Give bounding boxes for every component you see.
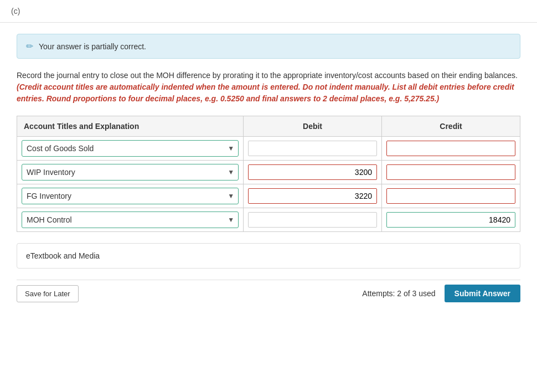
account-select-2[interactable]: Cost of Goods SoldWIP InventoryFG Invent… <box>22 188 239 204</box>
partial-correct-alert: ✏ Your answer is partially correct. <box>17 34 520 59</box>
etextbook-label: eTextbook and Media <box>26 251 100 260</box>
header-debit: Debit <box>244 116 382 137</box>
table-row: Cost of Goods SoldWIP InventoryFG Invent… <box>17 208 520 232</box>
credit-cell-2[interactable] <box>382 184 520 208</box>
account-cell-0[interactable]: Cost of Goods SoldWIP InventoryFG Invent… <box>17 137 244 161</box>
save-for-later-button[interactable]: Save for Later <box>17 285 79 302</box>
debit-input-3[interactable] <box>248 212 377 228</box>
account-select-0[interactable]: Cost of Goods SoldWIP InventoryFG Invent… <box>22 140 239 157</box>
etextbook-section: eTextbook and Media <box>17 243 520 269</box>
pencil-icon: ✏ <box>26 41 33 51</box>
debit-cell-1[interactable] <box>244 161 382 184</box>
credit-input-3[interactable] <box>386 212 515 228</box>
table-row: Cost of Goods SoldWIP InventoryFG Invent… <box>17 184 520 208</box>
account-cell-2[interactable]: Cost of Goods SoldWIP InventoryFG Invent… <box>17 184 244 208</box>
credit-input-0[interactable] <box>386 141 515 156</box>
submit-answer-button[interactable]: Submit Answer <box>445 285 520 302</box>
debit-input-2[interactable] <box>248 188 377 204</box>
debit-input-1[interactable] <box>248 164 377 180</box>
instructions-text: Record the journal entry to close out th… <box>17 70 520 105</box>
account-cell-3[interactable]: Cost of Goods SoldWIP InventoryFG Invent… <box>17 208 244 232</box>
credit-cell-1[interactable] <box>382 161 520 184</box>
journal-table: Account Titles and Explanation Debit Cre… <box>17 116 520 232</box>
attempts-text: Attempts: 2 of 3 used <box>362 289 435 298</box>
credit-input-1[interactable] <box>386 164 515 180</box>
header-credit: Credit <box>382 116 520 137</box>
account-select-1[interactable]: Cost of Goods SoldWIP InventoryFG Invent… <box>22 164 239 180</box>
table-row: Cost of Goods SoldWIP InventoryFG Invent… <box>17 161 520 184</box>
alert-message: Your answer is partially correct. <box>39 42 146 51</box>
debit-cell-3[interactable] <box>244 208 382 232</box>
debit-cell-2[interactable] <box>244 184 382 208</box>
section-label: (c) <box>0 0 537 23</box>
account-select-3[interactable]: Cost of Goods SoldWIP InventoryFG Invent… <box>22 212 239 228</box>
credit-cell-0[interactable] <box>382 137 520 161</box>
debit-input-0[interactable] <box>248 141 377 156</box>
footer-bar: Save for Later Attempts: 2 of 3 used Sub… <box>17 280 520 307</box>
table-row: Cost of Goods SoldWIP InventoryFG Invent… <box>17 137 520 161</box>
debit-cell-0[interactable] <box>244 137 382 161</box>
account-cell-1[interactable]: Cost of Goods SoldWIP InventoryFG Invent… <box>17 161 244 184</box>
credit-cell-3[interactable] <box>382 208 520 232</box>
header-account: Account Titles and Explanation <box>17 116 244 137</box>
footer-right: Attempts: 2 of 3 used Submit Answer <box>362 285 520 302</box>
credit-input-2[interactable] <box>386 188 515 204</box>
